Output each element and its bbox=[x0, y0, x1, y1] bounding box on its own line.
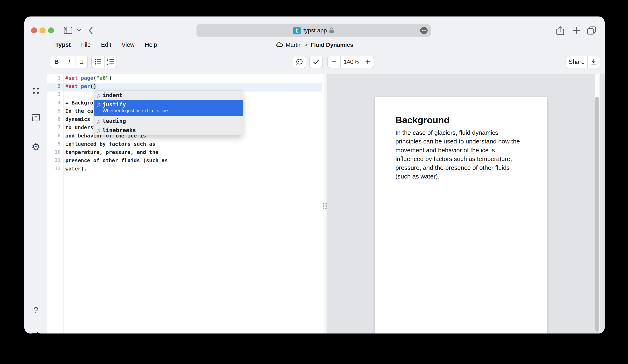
bold-button[interactable]: B bbox=[50, 56, 63, 68]
browser-chrome: t typst.app bbox=[24, 16, 605, 38]
line-number: 2 bbox=[47, 83, 61, 89]
code-line-1[interactable]: 1#set page("a6") bbox=[47, 75, 322, 83]
tabs-overview-icon[interactable] bbox=[587, 26, 596, 35]
address-bar[interactable]: t typst.app bbox=[196, 24, 431, 37]
zoom-window-button[interactable] bbox=[48, 27, 54, 33]
line-number: 12 bbox=[47, 166, 61, 171]
line-number: 7 bbox=[47, 125, 61, 130]
breadcrumb-document-title[interactable]: Fluid Dynamics bbox=[311, 42, 353, 48]
autocomplete-item-justify[interactable]: pjustifyWhether to justify text in its l… bbox=[94, 100, 243, 116]
menu-item-view[interactable]: View bbox=[122, 41, 134, 48]
gutter-separator bbox=[64, 74, 64, 334]
numbered-list-icon: 1 2 bbox=[107, 59, 114, 65]
screenshot-canvas: t typst.app bbox=[0, 0, 628, 364]
code-line-12[interactable]: 12water). bbox=[47, 166, 322, 174]
line-number: 1 bbox=[47, 75, 61, 81]
zoom-out-icon bbox=[331, 61, 336, 63]
autocomplete-label: leading bbox=[102, 118, 126, 124]
cloud-icon bbox=[276, 42, 283, 48]
main-content: ⚙ ? typst 1#set page("a6")2#set par()34=… bbox=[24, 74, 605, 334]
share-button[interactable]: Share bbox=[566, 56, 587, 68]
download-button[interactable] bbox=[587, 56, 600, 68]
drag-handle-icon[interactable] bbox=[323, 203, 327, 208]
param-type-label: p bbox=[97, 92, 102, 98]
autocomplete-description: Whether to justify text in its line. bbox=[102, 108, 169, 114]
code-text: water). bbox=[65, 166, 87, 172]
zoom-level-display[interactable]: 140% bbox=[340, 56, 362, 68]
chrome-divider bbox=[75, 27, 76, 34]
help-label: ? bbox=[34, 306, 38, 314]
underline-button[interactable]: U bbox=[75, 56, 87, 68]
menu-bar: TypstFileEditViewHelp bbox=[55, 38, 157, 52]
preview-text-line: influenced by factors such as temperatur… bbox=[395, 154, 529, 163]
line-number: 10 bbox=[47, 149, 61, 155]
minimize-window-button[interactable] bbox=[40, 27, 46, 33]
autocomplete-item-linebreaks[interactable]: plinebreaks bbox=[94, 126, 243, 135]
autocomplete-label: indent bbox=[102, 92, 123, 98]
comment-button[interactable] bbox=[293, 56, 306, 68]
line-number: 11 bbox=[47, 157, 61, 163]
svg-text:2: 2 bbox=[107, 62, 108, 65]
italic-button[interactable]: I bbox=[63, 56, 75, 68]
share-button-label: Share bbox=[569, 59, 584, 65]
preview-scrollbar-thumb[interactable] bbox=[595, 97, 599, 332]
comment-button-group bbox=[293, 56, 306, 68]
text-style-group: B I U bbox=[50, 56, 88, 68]
help-icon[interactable]: ? bbox=[24, 306, 47, 314]
preview-text-line: pressure, and the presence of other flui… bbox=[395, 163, 529, 172]
zoom-in-button[interactable] bbox=[362, 56, 374, 68]
breadcrumb[interactable]: Martin > Fluid Dynamics bbox=[276, 38, 353, 52]
code-text: temperature, pressure, and the bbox=[65, 149, 158, 155]
menu-item-file[interactable]: File bbox=[81, 41, 91, 48]
chevron-down-icon[interactable] bbox=[76, 28, 82, 32]
apps-grid-icon[interactable] bbox=[24, 86, 47, 95]
code-line-9[interactable]: 9influenced by factors such as bbox=[47, 141, 322, 149]
check-button-group bbox=[309, 56, 323, 68]
breadcrumb-workspace[interactable]: Martin bbox=[286, 42, 302, 48]
share-page-icon[interactable] bbox=[556, 26, 564, 35]
param-type-label: p bbox=[97, 127, 102, 133]
autocomplete-item-indent[interactable]: pindent bbox=[94, 90, 243, 100]
zoom-out-button[interactable] bbox=[328, 56, 340, 68]
code-line-11[interactable]: 11presence of other fluids (such as bbox=[47, 157, 322, 166]
zoom-control-group: 140% bbox=[327, 56, 374, 68]
left-rail: ⚙ ? typst bbox=[24, 74, 47, 334]
numbered-list-button[interactable]: 1 2 bbox=[104, 56, 116, 68]
italic-label: I bbox=[68, 58, 70, 65]
sidebar-toggle-icon[interactable] bbox=[64, 26, 73, 34]
autocomplete-item-leading[interactable]: pleading bbox=[94, 116, 243, 126]
page-settings-ellipsis-icon[interactable] bbox=[420, 27, 428, 34]
traffic-lights bbox=[31, 27, 54, 33]
breadcrumb-separator-icon: > bbox=[305, 42, 308, 48]
favicon-letter: t bbox=[296, 27, 298, 34]
menu-item-help[interactable]: Help bbox=[145, 41, 157, 48]
url-text: typst.app bbox=[304, 27, 327, 34]
preview-heading: Background bbox=[395, 115, 529, 126]
menu-item-edit[interactable]: Edit bbox=[101, 41, 111, 48]
settings-gear-icon[interactable]: ⚙ bbox=[24, 142, 47, 152]
bullet-list-button[interactable] bbox=[92, 56, 104, 68]
download-icon bbox=[591, 59, 596, 65]
menu-item-typst[interactable]: Typst bbox=[55, 41, 71, 48]
close-window-button[interactable] bbox=[31, 27, 37, 33]
pane-divider[interactable] bbox=[322, 74, 327, 334]
line-number: 6 bbox=[47, 116, 61, 122]
app-bar: TypstFileEditViewHelp Martin > Fluid Dyn… bbox=[24, 38, 605, 52]
document-page: Background In the case of glaciers, flui… bbox=[375, 97, 548, 334]
preview-text-line: In the case of glaciers, fluid dynamics bbox=[395, 128, 529, 137]
preview-text-line: (such as water). bbox=[395, 172, 529, 181]
underline-label: U bbox=[79, 58, 84, 65]
site-favicon: t bbox=[293, 27, 301, 34]
check-button[interactable] bbox=[310, 56, 322, 68]
projects-box-icon[interactable] bbox=[24, 114, 47, 121]
bold-label: B bbox=[54, 58, 59, 65]
code-text: presence of other fluids (such as bbox=[65, 157, 168, 163]
share-group: Share bbox=[565, 56, 600, 68]
new-tab-icon[interactable] bbox=[572, 26, 581, 35]
code-editor[interactable]: 1#set page("a6")2#set par()34= Backgroun… bbox=[47, 74, 322, 334]
code-line-10[interactable]: 10temperature, pressure, and the bbox=[47, 149, 322, 157]
code-text: #set par() bbox=[65, 83, 96, 89]
line-number: 8 bbox=[47, 133, 61, 139]
back-icon[interactable] bbox=[88, 26, 93, 35]
preview-scrollbar-track[interactable] bbox=[595, 74, 600, 332]
